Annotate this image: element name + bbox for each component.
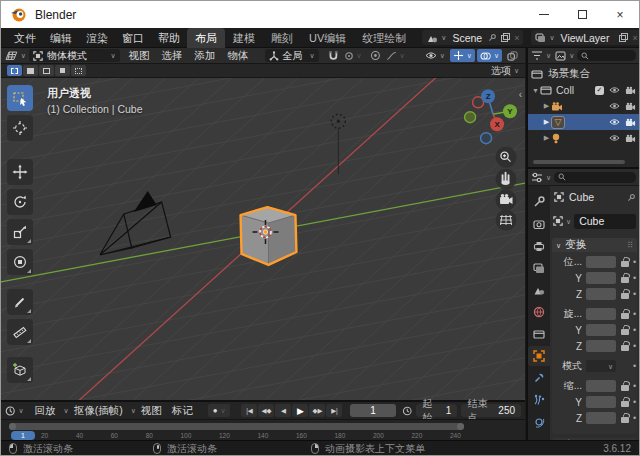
scene-selector[interactable]: ∨ Scene × bbox=[422, 30, 523, 45]
outliner-camera-row[interactable]: ▶ bbox=[528, 98, 639, 114]
snap-magnet-icon[interactable] bbox=[328, 50, 339, 61]
tool-measure[interactable] bbox=[7, 319, 33, 345]
outliner-horizontal-scrollbar[interactable] bbox=[533, 160, 625, 164]
new-view-layer-icon[interactable] bbox=[619, 33, 628, 42]
filter-icon[interactable] bbox=[531, 50, 543, 61]
location-z-slider[interactable] bbox=[586, 288, 616, 300]
menu-render[interactable]: 渲染 bbox=[79, 28, 115, 48]
tool-select-box[interactable] bbox=[7, 85, 33, 111]
menu-select[interactable]: 选择 bbox=[156, 49, 189, 63]
animate-dot[interactable]: • bbox=[633, 397, 636, 407]
chevron-down-icon[interactable]: ∨ bbox=[546, 174, 551, 181]
lock-icon[interactable] bbox=[619, 342, 631, 351]
menu-object[interactable]: 物体 bbox=[222, 49, 255, 63]
animate-dot[interactable]: • bbox=[633, 257, 636, 267]
chevron-down-icon[interactable]: ∨ bbox=[569, 52, 574, 59]
editor-type-3d-viewport-icon[interactable] bbox=[5, 50, 18, 61]
rotation-x-slider[interactable] bbox=[586, 308, 616, 320]
rotation-y-slider[interactable] bbox=[586, 324, 616, 336]
camera-view-button[interactable] bbox=[496, 190, 517, 211]
tab-view-layer[interactable] bbox=[528, 258, 550, 278]
new-scene-icon[interactable] bbox=[501, 33, 510, 42]
current-frame-field[interactable]: 1 bbox=[350, 404, 395, 417]
object-name-input[interactable]: Cube bbox=[574, 214, 636, 229]
next-keyframe-button[interactable]: ◆▶ bbox=[309, 404, 325, 417]
timeline-scrollbar[interactable] bbox=[9, 423, 464, 430]
animate-dot[interactable]: • bbox=[633, 413, 636, 423]
timeline-ruler[interactable]: 1 20 40 60 80 100 120 140 160 180 200 22… bbox=[1, 419, 525, 440]
scale-y-slider[interactable] bbox=[586, 396, 616, 408]
menu-playback[interactable]: 回放 bbox=[30, 404, 61, 418]
menu-edit[interactable]: 编辑 bbox=[43, 28, 79, 48]
select-mode-extend-button[interactable] bbox=[23, 65, 38, 76]
menu-window[interactable]: 窗口 bbox=[115, 28, 151, 48]
lock-icon[interactable] bbox=[619, 274, 631, 283]
tab-particles[interactable] bbox=[528, 390, 550, 410]
select-mode-intersect-button[interactable] bbox=[71, 65, 86, 76]
animate-dot[interactable]: • bbox=[633, 341, 636, 351]
expand-icon[interactable]: ▶ bbox=[542, 118, 551, 126]
workspace-tab-sculpting[interactable]: 雕刻 bbox=[263, 28, 301, 48]
minimize-button[interactable] bbox=[525, 1, 563, 28]
chevron-down-icon[interactable]: ∨ bbox=[546, 52, 551, 59]
pin-icon[interactable] bbox=[627, 193, 636, 202]
tab-collection[interactable] bbox=[528, 324, 550, 344]
expand-icon[interactable]: ▼ bbox=[531, 87, 540, 94]
outliner-scene-collection-row[interactable]: 场景集合 bbox=[528, 66, 639, 82]
transform-orientation-dropdown[interactable]: 全局 ∨ bbox=[265, 49, 319, 62]
tool-rotate[interactable] bbox=[7, 189, 33, 215]
collection-checkbox[interactable]: ✓ bbox=[595, 86, 604, 95]
remove-view-layer-icon[interactable]: × bbox=[632, 33, 637, 43]
animate-dot[interactable]: • bbox=[633, 361, 636, 371]
outliner-light-row[interactable]: ▶ bbox=[528, 130, 639, 146]
tab-output[interactable] bbox=[528, 236, 550, 256]
maximize-button[interactable] bbox=[563, 1, 601, 28]
rotation-mode-dropdown[interactable]: ∨ bbox=[586, 360, 616, 372]
tool-annotate[interactable] bbox=[7, 289, 33, 315]
chevron-down-icon[interactable]: ∨ bbox=[18, 407, 23, 414]
proportional-falloff-dropdown[interactable]: ∨ bbox=[383, 49, 408, 62]
menu-view[interactable]: 视图 bbox=[123, 49, 156, 63]
hide-eye-icon[interactable] bbox=[609, 102, 620, 110]
location-y-slider[interactable] bbox=[586, 272, 616, 284]
editor-type-timeline-icon[interactable] bbox=[5, 405, 15, 417]
tool-move[interactable] bbox=[7, 159, 33, 185]
menu-add[interactable]: 添加 bbox=[189, 49, 222, 63]
animate-dot[interactable]: • bbox=[633, 309, 636, 319]
disable-render-camera-icon[interactable] bbox=[625, 102, 636, 111]
hide-eye-icon[interactable] bbox=[609, 134, 620, 142]
jump-to-start-button[interactable]: |◀ bbox=[241, 404, 257, 417]
show-overlays-toggle[interactable]: ∨ bbox=[477, 49, 502, 62]
show-gizmo-toggle[interactable]: ∨ bbox=[450, 49, 475, 62]
sidebar-collapse-icon[interactable]: ‹ bbox=[519, 89, 522, 100]
play-button[interactable]: ▶ bbox=[292, 404, 308, 417]
zoom-button[interactable] bbox=[496, 147, 517, 168]
tool-cursor[interactable] bbox=[7, 115, 33, 141]
scene-name[interactable]: Scene bbox=[452, 32, 482, 44]
hide-eye-icon[interactable] bbox=[609, 118, 620, 126]
preview-range-clock-icon[interactable] bbox=[402, 405, 412, 417]
workspace-tab-modeling[interactable]: 建模 bbox=[225, 28, 263, 48]
menu-view[interactable]: 视图 bbox=[136, 404, 167, 418]
select-mode-invert-button[interactable] bbox=[55, 65, 70, 76]
select-mode-set-button[interactable] bbox=[7, 65, 22, 76]
playhead-marker[interactable]: 1 bbox=[11, 431, 35, 440]
tab-physics[interactable] bbox=[528, 412, 550, 432]
lock-icon[interactable] bbox=[619, 290, 631, 299]
auto-keying-button[interactable]: ● ∨ bbox=[208, 404, 231, 417]
chevron-down-icon[interactable]: ∨ bbox=[549, 34, 554, 41]
panel-drag-dots-icon[interactable]: ⠿ bbox=[627, 241, 633, 250]
lock-icon[interactable] bbox=[619, 258, 631, 267]
outliner-cube-row-selected[interactable]: ▶ ▽ bbox=[528, 114, 639, 130]
lock-icon[interactable] bbox=[619, 310, 631, 319]
view-layer-selector[interactable]: ∨ ViewLayer × bbox=[531, 30, 640, 45]
pan-hand-button[interactable] bbox=[496, 169, 517, 190]
object-type-visibility-dropdown[interactable]: ∨ bbox=[422, 49, 448, 62]
lock-icon[interactable] bbox=[619, 414, 631, 423]
transform-panel-header[interactable]: ∨ 变换 ⠿ bbox=[552, 238, 637, 252]
unlink-scene-icon[interactable]: × bbox=[514, 33, 519, 43]
mode-dropdown[interactable]: 物体模式 ∨ bbox=[29, 49, 120, 62]
scale-z-slider[interactable] bbox=[586, 412, 616, 424]
lock-icon[interactable] bbox=[619, 398, 631, 407]
workspace-tab-uv-editing[interactable]: UV编辑 bbox=[301, 28, 354, 48]
